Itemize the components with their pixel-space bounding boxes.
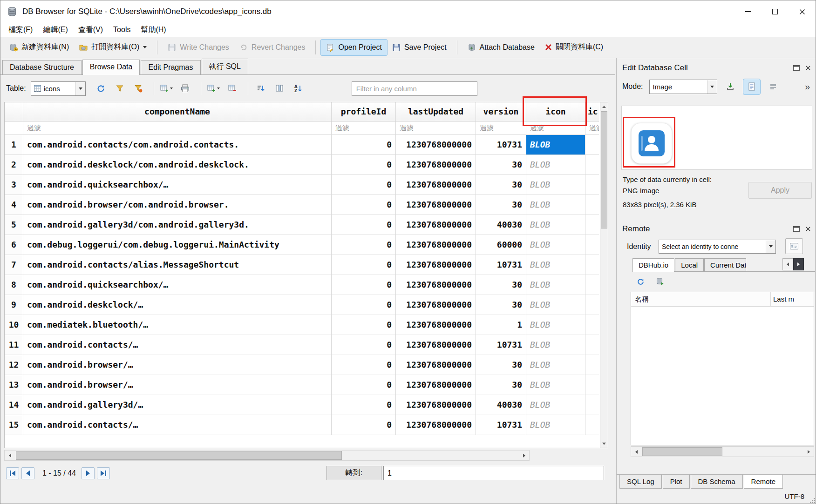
filter-input-version[interactable]: 過濾 (476, 121, 526, 135)
remote-scroll-thumb[interactable] (642, 447, 722, 456)
grid-horizontal-scroll-thumb[interactable] (16, 451, 342, 460)
remote-scroll-left-button[interactable] (631, 447, 641, 457)
cell-icon[interactable]: BLOB (526, 155, 585, 175)
cell-clipped[interactable] (585, 235, 599, 255)
cell-icon[interactable]: BLOB (526, 315, 585, 335)
apply-button[interactable]: Apply (748, 182, 812, 199)
cell-version[interactable]: 10731 (476, 415, 526, 435)
cell-version[interactable]: 60000 (476, 235, 526, 255)
tab-dbhub-io[interactable]: DBHub.io (632, 258, 674, 272)
scroll-down-button[interactable] (600, 439, 608, 448)
scroll-up-button[interactable] (600, 102, 608, 111)
grid-scroll-left-button[interactable] (5, 450, 15, 460)
cell-icon[interactable]: BLOB (526, 355, 585, 375)
row-number[interactable]: 4 (5, 195, 23, 215)
column-header-icon[interactable]: icon (526, 102, 585, 121)
column-header-version[interactable]: version (476, 102, 526, 121)
cell-lastupdated[interactable]: 1230768000000 (396, 395, 476, 415)
cell-componentname[interactable]: com.android.browser/com.android.browser. (23, 195, 332, 215)
write-changes-button[interactable]: Write Changes (163, 40, 234, 55)
save-filter-button[interactable] (253, 81, 269, 96)
mode-selector-dropdown[interactable] (707, 80, 717, 94)
tab-plot[interactable]: Plot (663, 475, 690, 489)
word-wrap-button[interactable] (765, 79, 782, 94)
filter-input-lastupdated[interactable]: 過濾 (396, 121, 476, 135)
remote-column-name[interactable]: 名稱 (631, 292, 771, 306)
cell-version[interactable]: 30 (476, 355, 526, 375)
cell-lastupdated[interactable]: 1230768000000 (396, 255, 476, 275)
clear-filters-button[interactable] (130, 81, 146, 96)
goto-row-input[interactable] (383, 466, 604, 480)
identity-settings-button[interactable] (785, 238, 803, 254)
cell-profileid[interactable]: 0 (332, 415, 396, 435)
float-panel-button[interactable] (793, 65, 800, 71)
resize-grip[interactable] (809, 497, 815, 503)
last-page-button[interactable] (97, 467, 110, 479)
cell-componentname[interactable]: com.android.gallery3d/com.android.galler… (23, 215, 332, 235)
cell-profileid[interactable]: 0 (332, 315, 396, 335)
attach-database-button[interactable]: Attach Database (462, 40, 540, 55)
row-number[interactable]: 3 (5, 175, 23, 195)
cell-icon[interactable]: BLOB (526, 175, 585, 195)
cell-profileid[interactable]: 0 (332, 155, 396, 175)
tab-edit-pragmas[interactable]: Edit Pragmas (141, 60, 200, 74)
row-number[interactable]: 2 (5, 155, 23, 175)
cell-clipped[interactable] (585, 255, 599, 275)
filter-input-icon[interactable]: 過濾 (526, 121, 585, 135)
cell-componentname[interactable]: com.android.quicksearchbox/… (23, 275, 332, 295)
tabs-scroll-right-button[interactable] (793, 258, 804, 270)
previous-page-button[interactable] (21, 467, 34, 479)
remote-clone-button[interactable] (653, 275, 667, 288)
cell-lastupdated[interactable]: 1230768000000 (396, 275, 476, 295)
grid-scroll-right-button[interactable] (519, 450, 529, 460)
cell-lastupdated[interactable]: 1230768000000 (396, 195, 476, 215)
cell-profileid[interactable]: 0 (332, 215, 396, 235)
sort-az-button[interactable]: A Z (290, 81, 306, 96)
cell-version[interactable]: 40030 (476, 395, 526, 415)
cell-icon[interactable]: BLOB (526, 295, 585, 315)
vertical-scroll-thumb[interactable] (601, 111, 607, 228)
tab-sql-log[interactable]: SQL Log (619, 475, 662, 489)
columns-button[interactable] (272, 81, 287, 96)
tab-remote[interactable]: Remote (744, 475, 783, 489)
cell-version[interactable]: 30 (476, 175, 526, 195)
new-database-button[interactable]: 新建資料庫(N) (4, 39, 74, 56)
cell-componentname[interactable]: com.mediatek.bluetooth/… (23, 315, 332, 335)
identity-selector-dropdown[interactable] (766, 240, 775, 253)
goto-button[interactable]: 轉到: (326, 466, 381, 480)
row-number[interactable]: 11 (5, 335, 23, 355)
cell-icon[interactable]: BLOB (526, 255, 585, 275)
cell-componentname[interactable]: com.android.browser/… (23, 355, 332, 375)
row-number[interactable]: 1 (5, 135, 23, 155)
cell-componentname[interactable]: com.android.deskclock/… (23, 295, 332, 315)
cell-profileid[interactable]: 0 (332, 335, 396, 355)
cell-profileid[interactable]: 0 (332, 195, 396, 215)
tab-local[interactable]: Local (675, 258, 704, 271)
cell-clipped[interactable] (585, 135, 599, 155)
close-panel-button[interactable] (805, 65, 811, 71)
cell-lastupdated[interactable]: 1230768000000 (396, 215, 476, 235)
cell-profileid[interactable]: 0 (332, 275, 396, 295)
filter-input-profileid[interactable]: 過濾 (332, 121, 396, 135)
cell-clipped[interactable] (585, 155, 599, 175)
cell-clipped[interactable] (585, 375, 599, 395)
tab-database-structure[interactable]: Database Structure (2, 60, 82, 74)
close-panel-button[interactable] (805, 226, 811, 232)
tabs-scroll-left-button[interactable] (782, 258, 793, 270)
cell-icon[interactable]: BLOB (526, 215, 585, 235)
cell-lastupdated[interactable]: 1230768000000 (396, 295, 476, 315)
menu-help[interactable]: 幫助(H) (136, 23, 171, 37)
row-number[interactable]: 12 (5, 355, 23, 375)
save-project-button[interactable]: Save Project (387, 40, 452, 55)
global-filter-input[interactable] (352, 81, 477, 96)
menu-view[interactable]: 查看(V) (73, 23, 108, 37)
maximize-button[interactable] (762, 0, 789, 23)
cell-lastupdated[interactable]: 1230768000000 (396, 375, 476, 395)
cell-version[interactable]: 30 (476, 195, 526, 215)
text-mode-button[interactable] (743, 79, 760, 94)
row-number[interactable]: 7 (5, 255, 23, 275)
cell-clipped[interactable] (585, 335, 599, 355)
cell-version[interactable]: 30 (476, 275, 526, 295)
filter-button[interactable] (112, 81, 128, 96)
grid-horizontal-scrollbar[interactable] (4, 450, 530, 461)
